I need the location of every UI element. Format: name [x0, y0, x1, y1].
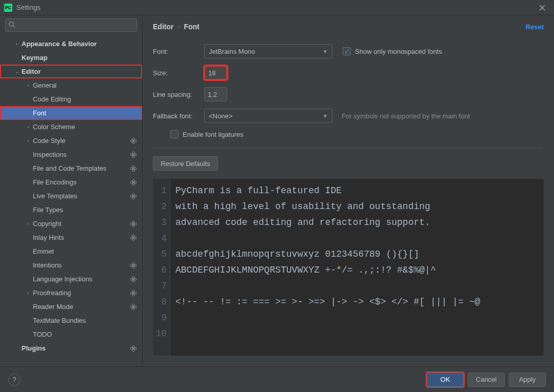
sidebar-item-label: Editor: [22, 68, 137, 75]
monospace-label[interactable]: Show only monospaced fonts: [355, 48, 442, 55]
sidebar-item-file-encodings[interactable]: File Encodings: [0, 175, 142, 189]
preview-line: abcdefghijklmnopqrstuvwxyz 0123456789 ()…: [175, 246, 480, 262]
sidebar-item-reader-mode[interactable]: Reader Mode: [0, 300, 142, 314]
settings-tree[interactable]: ›Appearance & BehaviorKeymap⌄Editor›Gene…: [0, 37, 142, 366]
gear-icon: [130, 276, 137, 283]
sidebar-item-keymap[interactable]: Keymap: [0, 51, 142, 65]
chevron-right-icon: ›: [25, 221, 32, 226]
sidebar-item-proofreading[interactable]: ›Proofreading: [0, 286, 142, 300]
sidebar-item-label: Code Editing: [33, 95, 137, 103]
chevron-right-icon: ›: [25, 138, 32, 143]
sidebar-item-label: Font: [33, 109, 137, 117]
preview-line: PyCharm is a full-featured IDE: [175, 183, 480, 199]
svg-point-10: [132, 168, 134, 169]
gear-icon: [130, 303, 137, 311]
line-number: 6: [153, 262, 167, 278]
gear-icon: [130, 193, 137, 200]
sidebar-item-label: Plugins: [22, 344, 130, 352]
sidebar-item-code-style[interactable]: ›Code Style: [0, 134, 142, 148]
line-number: 1: [153, 183, 167, 199]
sidebar-item-emmet[interactable]: Emmet: [0, 244, 142, 258]
sidebar-item-appearance-behavior[interactable]: ›Appearance & Behavior: [0, 37, 142, 51]
sidebar-item-editor[interactable]: ⌄Editor: [0, 65, 142, 78]
sidebar-item-label: File and Code Templates: [33, 164, 130, 172]
preview-line: advanced code editing and refactoring su…: [175, 215, 480, 231]
fallback-font-combo[interactable]: <None> ▼: [204, 109, 332, 123]
sidebar-item-file-types[interactable]: File Types: [0, 203, 142, 217]
svg-point-16: [132, 195, 134, 197]
restore-defaults-label: Restore Defaults: [161, 160, 210, 168]
cancel-button[interactable]: Cancel: [468, 373, 505, 387]
sidebar-item-todo[interactable]: TODO: [0, 327, 142, 341]
font-combo[interactable]: JetBrains Mono ▼: [204, 44, 332, 58]
preview-gutter: 12345678910: [153, 179, 170, 356]
apply-button-label: Apply: [519, 376, 536, 383]
sidebar-item-inspections[interactable]: Inspections: [0, 148, 142, 161]
sidebar-item-label: General: [33, 81, 137, 89]
line-number: 4: [153, 231, 167, 246]
line-spacing-value: 1.2: [208, 91, 217, 98]
sidebar-item-label: Inlay Hints: [33, 234, 130, 241]
sidebar-item-copyright[interactable]: ›Copyright: [0, 217, 142, 231]
apply-button[interactable]: Apply: [509, 373, 546, 387]
sidebar-item-label: File Types: [33, 206, 137, 214]
gear-icon: [130, 179, 137, 186]
breadcrumb-root: Editor: [153, 23, 173, 31]
sidebar-item-file-and-code-templates[interactable]: File and Code Templates: [0, 161, 142, 175]
sidebar-item-intentions[interactable]: Intentions: [0, 258, 142, 272]
svg-point-34: [132, 306, 134, 307]
monospace-checkbox[interactable]: [343, 47, 351, 55]
sidebar-item-color-scheme[interactable]: ›Color Scheme: [0, 120, 142, 134]
breadcrumb-leaf: Font: [184, 23, 199, 31]
sidebar-item-label: Inspections: [33, 151, 130, 158]
restore-defaults-button[interactable]: Restore Defaults: [153, 156, 218, 171]
size-value: 18: [208, 69, 215, 77]
ok-button[interactable]: OK: [427, 373, 464, 387]
sidebar-item-font[interactable]: Font: [0, 106, 142, 120]
sidebar-item-label: Appearance & Behavior: [22, 40, 137, 48]
cancel-button-label: Cancel: [476, 376, 497, 383]
sidebar-item-language-injections[interactable]: Language Injections: [0, 272, 142, 286]
sidebar-item-general[interactable]: ›General: [0, 78, 142, 92]
help-button[interactable]: ?: [8, 374, 21, 386]
chevron-right-icon: ›: [25, 290, 32, 296]
dialog-footer: ? OK Cancel Apply: [0, 366, 554, 392]
gear-icon: [130, 290, 137, 297]
preview-line: <!-- -- != := === >= >- >=> |-> -> <$> <…: [175, 294, 480, 310]
line-number: 3: [153, 215, 167, 231]
ligatures-label[interactable]: Enable font ligatures: [183, 131, 244, 138]
sidebar-item-textmate-bundles[interactable]: TextMate Bundles: [0, 314, 142, 327]
sidebar-item-plugins[interactable]: Plugins: [0, 341, 142, 355]
chevron-right-icon: ›: [13, 41, 21, 47]
line-number: 8: [153, 294, 167, 310]
search-icon: [8, 21, 15, 28]
svg-point-31: [132, 292, 134, 294]
size-label: Size:: [153, 69, 204, 77]
sidebar-item-label: Color Scheme: [33, 123, 137, 131]
chevron-right-icon: ›: [177, 23, 180, 30]
sidebar-item-label: TODO: [33, 331, 137, 338]
sidebar-item-code-editing[interactable]: Code Editing: [0, 92, 142, 106]
svg-point-19: [132, 223, 134, 224]
close-icon[interactable]: [535, 0, 550, 15]
reset-link[interactable]: Reset: [526, 23, 544, 31]
sidebar-item-inlay-hints[interactable]: Inlay Hints: [0, 231, 142, 244]
ligatures-checkbox[interactable]: [170, 130, 179, 138]
chevron-right-icon: ›: [25, 82, 32, 88]
line-number: 2: [153, 199, 167, 215]
gear-icon: [130, 234, 137, 241]
window-title: Settings: [16, 4, 535, 11]
line-spacing-field[interactable]: 1.2: [204, 87, 227, 101]
search-input[interactable]: [5, 18, 137, 32]
svg-point-22: [132, 237, 134, 238]
line-number: 10: [153, 326, 167, 342]
sidebar-item-label: Proofreading: [33, 289, 130, 297]
sidebar-item-label: Keymap: [22, 54, 137, 61]
svg-point-7: [132, 154, 134, 155]
size-field[interactable]: 18: [204, 66, 227, 80]
sidebar-item-label: Language Injections: [33, 275, 130, 283]
fallback-hint: For symbols not supported by the main fo…: [342, 112, 470, 120]
fallback-font-value: <None>: [209, 112, 323, 120]
sidebar-item-live-templates[interactable]: Live Templates: [0, 189, 142, 203]
search-field[interactable]: [5, 18, 137, 32]
